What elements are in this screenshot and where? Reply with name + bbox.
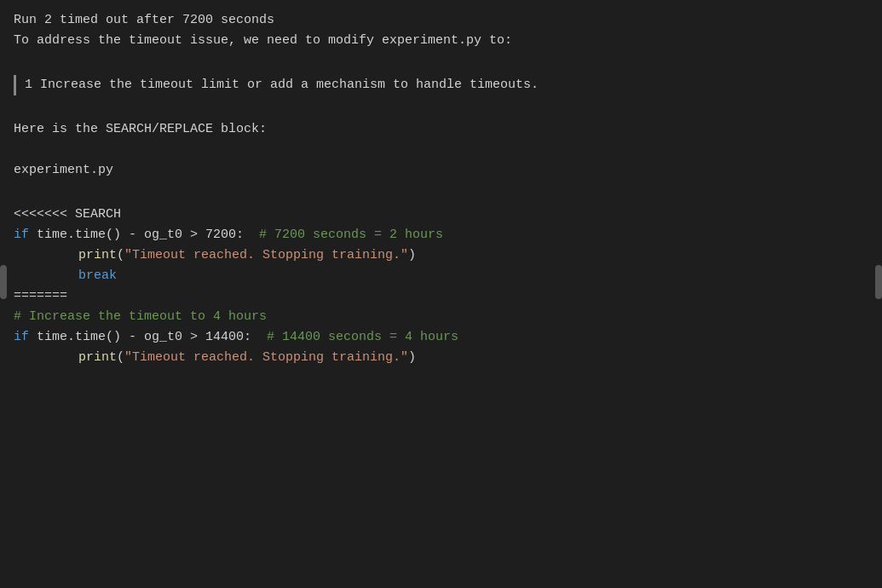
scrollbar-right[interactable] [875,265,882,299]
blank-line-4 [14,181,868,201]
line-if-14400: if time.time() - og_t0 > 14400: # 14400 … [14,327,868,348]
scrollbar-left[interactable] [0,265,7,299]
line-if-7200: if time.time() - og_t0 > 7200: # 7200 se… [14,225,868,245]
line-break-1: break [14,266,868,286]
line-equals-marker: ======= [14,286,868,307]
line-comment-increase-4h: # Increase the timeout to 4 hours [14,307,868,327]
numbered-item-1: 1 Increase the timeout limit or add a me… [14,75,868,95]
comment-7200: # 7200 seconds = 2 hours [259,228,443,242]
blank-line-2 [14,99,868,119]
blank-line-1 [14,51,868,72]
terminal-output: Run 2 timed out after 7200 seconds To ad… [0,0,882,588]
search-replace-block: <<<<<<< SEARCH if time.time() - og_t0 > … [14,205,868,368]
blank-line-3 [14,140,868,160]
line-print-timeout-2: print("Timeout reached. Stopping trainin… [14,348,868,368]
line-address-issue: To address the timeout issue, we need to… [14,31,868,51]
line-run-timeout: Run 2 timed out after 7200 seconds [14,10,868,31]
line-filename: experiment.py [14,160,868,181]
keyword-if: if [14,228,29,242]
line-increase-timeout: 1 Increase the timeout limit or add a me… [25,75,868,95]
line-search-marker: <<<<<<< SEARCH [14,205,868,225]
line-print-timeout-1: print("Timeout reached. Stopping trainin… [14,245,868,266]
line-search-replace-header: Here is the SEARCH/REPLACE block: [14,119,868,140]
